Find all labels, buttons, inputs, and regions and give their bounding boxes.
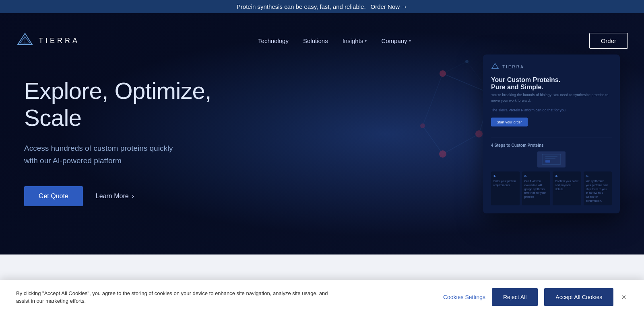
banner-cta[interactable]: Order Now → [371,3,408,10]
cookies-settings-link[interactable]: Cookies Settings [443,294,485,300]
insights-chevron: ▾ [365,39,367,43]
reject-all-button[interactable]: Reject All [492,288,538,306]
hero-subtitle: Access hundreds of custom proteins quick… [24,142,233,167]
nav-item-insights[interactable]: Insights ▾ [343,37,367,44]
learn-more-arrow: › [132,193,134,200]
logo-text: TIERRA [39,37,80,45]
card-step-2: 2. Our AI-driven evaluation will gauge s… [522,172,551,205]
cookie-actions: Cookies Settings Reject All Accept All C… [443,288,628,306]
card-title: Your Custom Proteins. Pure and Simple. [491,76,612,91]
svg-rect-36 [542,154,561,165]
card-image [537,152,566,168]
card-step-4: 4. We synthesize your proteins and ship … [584,172,612,205]
cookie-close-button[interactable]: × [620,291,628,304]
card-steps-title: 4 Steps to Custom Proteins [491,143,612,148]
cookie-banner: By clicking "Accept All Cookies", you ag… [0,280,644,314]
hero-section: TIERRA Technology Solutions Insights ▾ C… [0,13,644,254]
top-banner: Protein synthesis can be easy, fast, and… [0,0,644,13]
svg-rect-39 [545,160,550,163]
hero-content: Explore, Optimize, Scale Access hundreds… [0,78,282,206]
hero-buttons: Get Quote Learn More › [24,186,258,206]
nav-links: Technology Solutions Insights ▾ Company … [258,37,411,44]
card-logo-row: TIERRA [491,63,612,71]
logo-link[interactable]: TIERRA [16,32,80,49]
dashboard-card: TIERRA Your Custom Proteins. Pure and Si… [483,55,620,213]
card-logo-icon [491,63,499,71]
card-cta-button[interactable]: Start your order [491,118,528,127]
learn-more-button[interactable]: Learn More › [96,193,134,200]
nav-item-company[interactable]: Company ▾ [381,37,411,44]
accept-all-cookies-button[interactable]: Accept All Cookies [544,288,613,306]
card-steps: 1. Enter your protein requirements 2. Ou… [491,172,612,205]
get-quote-button[interactable]: Get Quote [24,186,83,206]
cookie-text: By clicking "Accept All Cookies", you ag… [16,289,338,305]
nav-item-solutions[interactable]: Solutions [303,37,328,44]
nav-item-technology[interactable]: Technology [258,37,289,44]
company-chevron: ▾ [409,39,411,43]
order-button[interactable]: Order [589,33,628,49]
banner-text: Protein synthesis can be easy, fast, and… [237,3,366,10]
card-body-text: You're breaking the bounds of biology. Y… [491,92,612,103]
card-step-3: 3. Confirm your order and payment detail… [553,172,581,205]
card-logo-text: TIERRA [502,64,524,69]
card-divider [491,138,612,138]
card-step-1: 1. Enter your protein requirements [491,172,520,205]
hero-title: Explore, Optimize, Scale [24,78,258,131]
card-platform-text: The Tierra Protein Platform can do that … [491,108,612,112]
logo-icon [16,32,34,49]
navbar: TIERRA Technology Solutions Insights ▾ C… [0,28,644,53]
svg-marker-35 [492,64,498,69]
